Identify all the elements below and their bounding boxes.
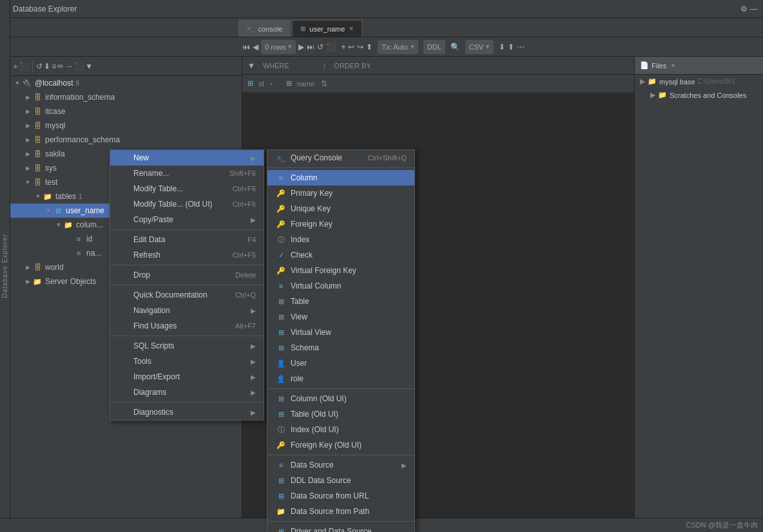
menu-item-user[interactable]: 👤 User [267,356,414,371]
schema-icon: ⊞ [275,342,287,354]
submenu-arrow-ds: ▶ [401,462,407,469]
menu-item-role[interactable]: 👤 role [267,371,414,386]
menu-item-column-old[interactable]: ⊞ Column (Old UI) [267,391,414,406]
submenu-arrow-nav: ▶ [251,307,256,314]
menu-item-modify-table[interactable]: Modify Table... Ctrl+F6 [110,181,264,196]
menu-item-drop[interactable]: Drop Delete [110,267,264,283]
menu-item-diagnostics[interactable]: Diagnostics ▶ [110,404,264,420]
driver-icon: ⊞ [275,526,287,532]
menu-item-navigation[interactable]: Navigation ▶ [110,303,264,318]
drop-icon [118,269,130,281]
foreign-key-icon: 🔑 [275,218,287,230]
sep-5 [110,402,264,403]
submenu-arrow-sql: ▶ [251,343,256,350]
menu-item-virtual-col[interactable]: ≡ Virtual Column [267,278,414,294]
url-icon: ⊞ [275,490,287,502]
submenu-arrow-tools: ▶ [251,358,256,365]
index-icon: ⓘ [275,234,287,245]
modify-icon [118,183,130,195]
primary-key-icon: 🔑 [275,187,287,199]
copy-icon [118,214,130,225]
menu-item-ddl-ds[interactable]: ⊞ DDL Data Source [267,473,414,488]
new-icon [118,152,130,164]
sep-1 [110,229,264,230]
rename-icon [118,167,130,179]
menu-item-rename[interactable]: Rename... Shift+F6 [110,166,264,181]
doc-icon [118,289,130,301]
sub-sep-2 [267,388,414,389]
sep-3 [110,285,264,285]
menu-item-ds-url[interactable]: ⊞ Data Source from URL [267,488,414,504]
datasource-icon: ≡ [275,459,287,471]
unique-key-icon: 🔑 [275,203,287,214]
modify-old-icon [118,198,130,210]
menu-item-schema[interactable]: ⊞ Schema [267,340,414,356]
menu-item-foreign-key[interactable]: 🔑 Foreign Key [267,216,414,232]
submenu-arrow-copy: ▶ [251,216,256,223]
user-icon: 👤 [275,357,287,369]
table-sub-icon: ⊞ [275,296,287,307]
menu-item-copy-paste[interactable]: Copy/Paste ▶ [110,212,264,227]
menu-item-import-export[interactable]: Import/Export ▶ [110,369,264,385]
virtual-view-icon: ⊞ [275,327,287,338]
submenu-new: >_ Query Console Ctrl+Shift+Q ≡ Column 🔑… [267,149,415,532]
column-sub-icon: ≡ [275,172,287,184]
diagnostics-icon [118,406,130,418]
console-sub-icon: >_ [275,152,287,164]
index-old-icon: ⓘ [275,424,287,435]
menu-item-tools[interactable]: Tools ▶ [110,354,264,369]
virtual-fk-icon: 🔑 [275,265,287,276]
menu-item-column[interactable]: ≡ Column [267,170,414,185]
menu-item-fk-old[interactable]: 🔑 Foreign Key (Old UI) [267,437,414,453]
menu-item-edit-data[interactable]: Edit Data F4 [110,232,264,247]
menu-item-check[interactable]: ✓ Check [267,247,414,263]
menu-item-table[interactable]: ⊞ Table [267,294,414,309]
tools-icon [118,356,130,367]
check-icon: ✓ [275,249,287,261]
sep-2 [110,265,264,265]
context-menu-overlay: New ▶ Rename... Shift+F6 Modify Table...… [0,0,763,532]
context-menu: New ▶ Rename... Shift+F6 Modify Table...… [110,149,264,421]
menu-item-driver-ds[interactable]: ⊞ Driver and Data Source [267,524,414,532]
sql-icon [118,340,130,352]
menu-item-refresh[interactable]: Refresh Ctrl+F5 [110,247,264,263]
menu-item-table-old[interactable]: ⊞ Table (Old UI) [267,406,414,422]
nav-icon [118,305,130,316]
ddl-ds-icon: ⊞ [275,475,287,486]
column-old-icon: ⊞ [275,393,287,404]
sub-sep-3 [267,455,414,455]
submenu-arrow-import: ▶ [251,374,256,381]
menu-item-view[interactable]: ⊞ View [267,309,414,325]
edit-data-icon [118,234,130,245]
menu-item-virtual-view[interactable]: ⊞ Virtual View [267,325,414,340]
view-icon: ⊞ [275,311,287,323]
menu-item-new[interactable]: New ▶ [110,150,264,166]
role-icon: 👤 [275,373,287,385]
menu-item-quick-doc[interactable]: Quick Documentation Ctrl+Q [110,287,264,303]
menu-item-index-old[interactable]: ⓘ Index (Old UI) [267,422,414,437]
sub-sep-1 [267,167,414,168]
menu-item-diagrams[interactable]: Diagrams ▶ [110,385,264,400]
submenu-arrow-diag: ▶ [251,409,256,416]
diagram-icon [118,386,130,398]
menu-item-query-console[interactable]: >_ Query Console Ctrl+Shift+Q [267,150,414,166]
refresh-menu-icon [118,249,130,261]
menu-item-primary-key[interactable]: 🔑 Primary Key [267,185,414,201]
menu-item-virtual-fk[interactable]: 🔑 Virtual Foreign Key [267,263,414,278]
menu-item-find-usages[interactable]: Find Usages Alt+F7 [110,318,264,334]
virtual-col-icon: ≡ [275,280,287,292]
path-icon: 📁 [275,506,287,517]
sub-sep-4 [267,521,414,522]
menu-item-ds-path[interactable]: 📁 Data Source from Path [267,504,414,519]
fk-old-icon: 🔑 [275,439,287,451]
import-icon [118,371,130,383]
menu-item-index[interactable]: ⓘ Index [267,232,414,247]
menu-item-unique-key[interactable]: 🔑 Unique Key [267,201,414,216]
table-old-icon: ⊞ [275,408,287,420]
menu-item-modify-table-old[interactable]: Modify Table... (Old UI) Ctrl+F6 [110,196,264,212]
submenu-arrow-diagrams: ▶ [251,389,256,396]
find-icon [118,320,130,332]
menu-item-sql-scripts[interactable]: SQL Scripts ▶ [110,338,264,354]
menu-item-data-source[interactable]: ≡ Data Source ▶ [267,457,414,473]
sep-4 [110,336,264,336]
